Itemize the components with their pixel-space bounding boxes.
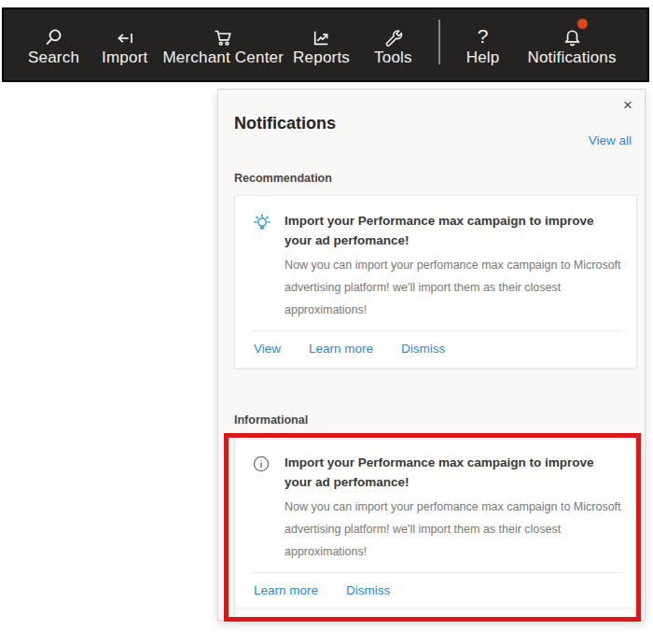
nav-label-tools: Tools	[374, 49, 412, 67]
notifications-panel: × Notifications View all Recommendation …	[217, 89, 646, 621]
nav-label-import: Import	[102, 49, 147, 67]
nav-label-merchant-center: Merchant Center	[162, 49, 284, 67]
notification-body: Now you can import your perfomance max c…	[285, 254, 623, 321]
nav-item-help[interactable]: ? Help	[466, 23, 500, 67]
card-actions: Learn more Dismiss	[252, 573, 623, 606]
recommendation-card: Import your Performance max campaign to …	[234, 195, 637, 369]
learn-more-link[interactable]: Learn more	[309, 342, 373, 356]
nav-item-tools[interactable]: Tools	[374, 23, 412, 67]
notification-badge	[577, 19, 588, 29]
nav-item-search[interactable]: Search	[28, 23, 79, 67]
info-icon	[252, 453, 272, 563]
card-actions: View Learn more Dismiss	[252, 331, 623, 364]
nav-label-search: Search	[28, 49, 79, 67]
nav-item-merchant-center[interactable]: Merchant Center	[162, 23, 284, 67]
nav-label-notifications: Notifications	[527, 49, 616, 67]
lightbulb-icon	[252, 211, 272, 321]
view-link[interactable]: View	[254, 342, 281, 356]
notification-title: Import your Performance max campaign to …	[285, 453, 623, 492]
reports-icon	[312, 23, 331, 48]
nav-item-import[interactable]: Import	[102, 23, 147, 67]
card-footer-strip	[235, 608, 636, 617]
dismiss-link[interactable]: Dismiss	[346, 583, 390, 597]
section-header-recommendation: Recommendation	[218, 172, 645, 186]
notification-body: Now you can import your perfomance max c…	[285, 496, 623, 563]
help-icon: ?	[478, 23, 489, 48]
learn-more-link[interactable]: Learn more	[254, 583, 318, 597]
nav-label-help: Help	[466, 49, 500, 67]
nav-label-reports: Reports	[293, 49, 350, 67]
tools-icon	[383, 23, 403, 48]
section-header-informational: Informational	[218, 413, 645, 427]
nav-item-reports[interactable]: Reports	[293, 23, 350, 67]
close-icon[interactable]: ×	[623, 97, 632, 113]
notification-title: Import your Performance max campaign to …	[285, 211, 623, 250]
search-icon	[44, 23, 63, 48]
view-all-link[interactable]: View all	[589, 133, 632, 147]
top-navbar: Search Import Merchant Center	[2, 7, 649, 82]
navbar-divider	[438, 20, 440, 64]
import-icon	[115, 23, 135, 48]
informational-card: Import your Performance max campaign to …	[234, 437, 637, 622]
nav-item-notifications[interactable]: Notifications	[527, 23, 616, 67]
bell-icon	[563, 23, 582, 48]
dismiss-link[interactable]: Dismiss	[401, 342, 445, 356]
panel-title: Notifications	[218, 90, 645, 134]
cart-icon	[213, 23, 233, 48]
